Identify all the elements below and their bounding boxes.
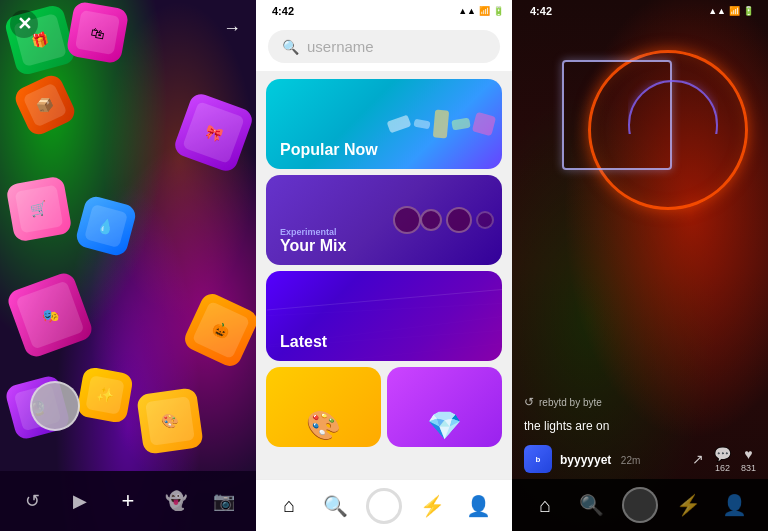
search-area[interactable]: 🔍 username — [256, 22, 512, 71]
p3-battery-icon: 🔋 — [743, 6, 754, 16]
user-info-row: b byyyyyet 22m ↗ 💬 162 ♥ 831 — [512, 439, 768, 479]
panel3-bottom-bar: ⌂ 🔍 ⚡ 👤 — [512, 479, 768, 531]
float-box-10: ✨ — [76, 366, 134, 424]
rebyted-icon: ↺ — [524, 395, 534, 409]
user-info: byyyyyet 22m — [560, 450, 640, 468]
p3-record-button[interactable] — [622, 487, 658, 523]
panel1-bottom-bar: ↺ ▶ + 👻 📷 — [0, 471, 256, 531]
p3-lightning-icon[interactable]: ⚡ — [672, 489, 704, 521]
signal-icon: ▲▲ — [458, 6, 476, 16]
search-bar[interactable]: 🔍 username — [268, 30, 500, 63]
repost-icon[interactable]: ↺ — [16, 485, 48, 517]
p3-profile-icon[interactable]: 👤 — [719, 489, 751, 521]
panel2-content-area: Popular Now Experimental Your Mix — [256, 71, 512, 479]
rebyted-text: rebytd by byte — [539, 397, 602, 408]
home-icon[interactable]: ⌂ — [273, 490, 305, 522]
rebyted-bar: ↺ rebytd by byte — [512, 389, 768, 415]
panel3-status-icons: ▲▲ 📶 🔋 — [708, 6, 754, 16]
share-icon[interactable]: ↗ — [692, 451, 704, 467]
share-icon-symbol: ↗ — [692, 451, 704, 467]
experimental-sublabel: Experimental — [280, 227, 346, 237]
comment-icon-symbol: 💬 — [714, 446, 731, 462]
mix-card-decoration — [360, 175, 502, 265]
panel2-status-bar: 4:42 ▲▲ 📶 🔋 — [256, 0, 512, 22]
popular-card-decoration — [360, 79, 502, 169]
panel3-status-time: 4:42 — [530, 5, 552, 17]
panel2-status-icons: ▲▲ 📶 🔋 — [458, 6, 504, 16]
profile-icon[interactable]: 👤 — [463, 490, 495, 522]
like-count: 831 — [741, 463, 756, 473]
wifi-icon: 📶 — [479, 6, 490, 16]
panel2-bottom-bar: ⌂ 🔍 ⚡ 👤 — [256, 479, 512, 531]
panel3-status-bar: 4:42 ▲▲ 📶 🔋 — [512, 0, 768, 22]
p3-signal-icon: ▲▲ — [708, 6, 726, 16]
video-caption: the lights are on — [512, 415, 768, 439]
username-label[interactable]: byyyyyet — [560, 453, 611, 467]
search-input[interactable]: username — [307, 38, 486, 55]
panel2-search-screen: 4:42 ▲▲ 📶 🔋 🔍 username Popular Now — [256, 0, 512, 531]
lightning-icon[interactable]: ⚡ — [416, 490, 448, 522]
popular-now-label: Popular Now — [280, 141, 378, 159]
p3-search-icon[interactable]: 🔍 — [576, 489, 608, 521]
small-card-yellow[interactable]: 🎨 — [266, 367, 381, 447]
float-box-8: 🎃 — [181, 290, 256, 370]
panel2-status-time: 4:42 — [272, 5, 294, 17]
search-bottom-icon[interactable]: 🔍 — [320, 490, 352, 522]
post-time: 22m — [621, 455, 640, 466]
user-avatar[interactable]: b — [524, 445, 552, 473]
panel3-bottom-overlay: ↺ rebytd by byte the lights are on b byy… — [512, 389, 768, 531]
floating-items-container: 🎁 🛍 📦 🎀 🛒 💧 🎭 🎃 🔮 ✨ 🎨 — [0, 0, 256, 531]
float-box-11: 🎨 — [136, 387, 204, 455]
forward-arrow-icon[interactable]: → — [223, 18, 241, 39]
p3-wifi-icon: 📶 — [729, 6, 740, 16]
ghost-icon[interactable]: 👻 — [160, 485, 192, 517]
like-icon[interactable]: ♥ 831 — [741, 446, 756, 473]
small-cards-row: 🎨 💎 — [266, 367, 502, 447]
add-icon[interactable]: + — [112, 485, 144, 517]
float-box-4: 🎀 — [172, 91, 255, 174]
your-mix-card[interactable]: Experimental Your Mix — [266, 175, 502, 265]
close-button[interactable]: ✕ — [10, 10, 38, 38]
float-box-6: 💧 — [74, 194, 138, 258]
float-box-7: 🎭 — [5, 270, 95, 360]
your-mix-labels: Experimental Your Mix — [280, 227, 346, 255]
your-mix-label: Your Mix — [280, 237, 346, 254]
battery-icon: 🔋 — [493, 6, 504, 16]
float-box-2: 🛍 — [66, 1, 130, 65]
popular-now-card[interactable]: Popular Now — [266, 79, 502, 169]
camera-icon[interactable]: 📷 — [208, 485, 240, 517]
caption-text: the lights are on — [524, 419, 609, 433]
search-icon: 🔍 — [282, 39, 299, 55]
action-icons: ↗ 💬 162 ♥ 831 — [692, 446, 756, 473]
play-icon[interactable]: ▶ — [64, 485, 96, 517]
panel3-video-screen: 4:42 ▲▲ 📶 🔋 ↺ rebytd by byte the lights … — [512, 0, 768, 531]
like-icon-symbol: ♥ — [744, 446, 752, 462]
comment-icon[interactable]: 💬 162 — [714, 446, 731, 473]
record-button[interactable] — [366, 488, 402, 524]
record-indicator — [30, 381, 80, 431]
float-box-3: 📦 — [12, 72, 78, 138]
latest-label: Latest — [280, 333, 327, 351]
small-card-purple[interactable]: 💎 — [387, 367, 502, 447]
p3-home-icon[interactable]: ⌂ — [529, 489, 561, 521]
float-box-5: 🛒 — [5, 175, 72, 242]
latest-card[interactable]: Latest — [266, 271, 502, 361]
panel1-video-screen: 🎁 🛍 📦 🎀 🛒 💧 🎭 🎃 🔮 ✨ 🎨 ✕ → ↺ ▶ + 👻 📷 — [0, 0, 256, 531]
comment-count: 162 — [715, 463, 730, 473]
